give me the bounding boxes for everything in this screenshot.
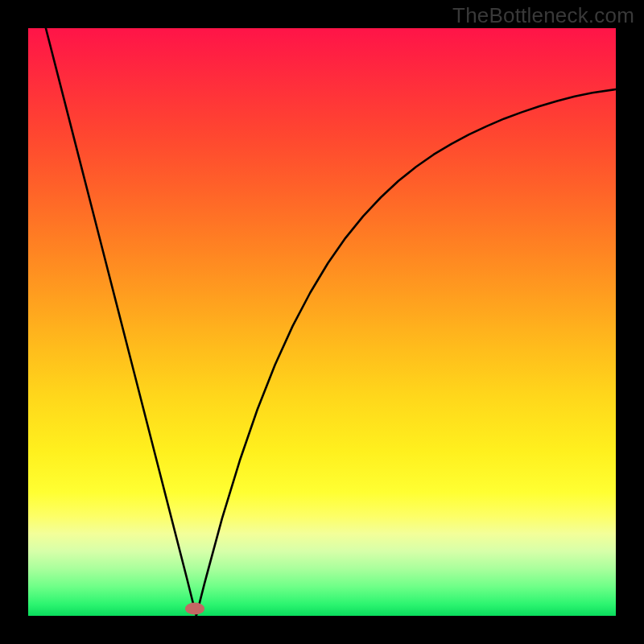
bottleneck-curve <box>28 28 616 616</box>
optimum-marker <box>185 603 204 615</box>
chart-frame: TheBottleneck.com <box>0 0 644 644</box>
curve-path <box>46 28 616 616</box>
watermark-text: TheBottleneck.com <box>452 3 634 28</box>
plot-area <box>28 28 616 616</box>
